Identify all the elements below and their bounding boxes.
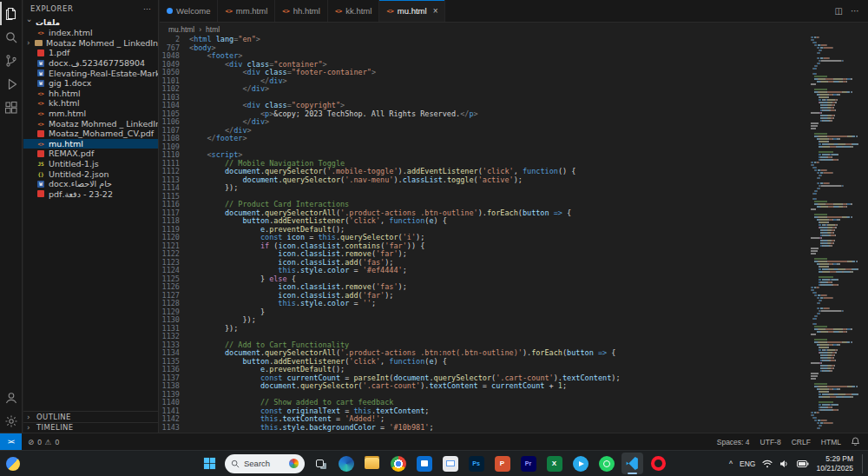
code-line[interactable]: 1107 </div>	[160, 127, 811, 136]
notifications-bell-icon[interactable]	[852, 437, 859, 447]
file-tree-item[interactable]: <>Moataz Mohmed _ LinkedIn.html	[23, 118, 158, 129]
tab-hh-html[interactable]: <>hh.html	[275, 0, 328, 22]
powerpoint-taskbar-icon[interactable]: P	[491, 453, 513, 474]
indentation-status[interactable]: Spaces: 4	[717, 438, 750, 446]
account-icon[interactable]	[0, 386, 22, 409]
file-tree-item[interactable]: {}Untitled-2.json	[23, 169, 158, 179]
opera-taskbar-icon[interactable]	[648, 453, 669, 474]
tab-welcome[interactable]: Welcome	[160, 0, 218, 22]
eol-status[interactable]: CRLF	[792, 438, 811, 446]
file-tree-item[interactable]: 1.pdf	[23, 48, 158, 58]
minimap-line	[811, 315, 868, 317]
file-name: 523467758904.ف.docx	[49, 58, 145, 68]
file-tree-item[interactable]: <>index.html	[23, 28, 158, 38]
file-tree-item[interactable]: <>hh.html	[23, 89, 158, 99]
photoshop-taskbar-icon[interactable]: Ps	[465, 453, 487, 474]
code-line[interactable]: 1138 document.querySelector('.cart-count…	[160, 382, 811, 391]
run-debug-icon[interactable]	[0, 72, 22, 96]
edge-taskbar-icon[interactable]	[335, 453, 357, 474]
code-line[interactable]: 1131 });	[160, 325, 811, 334]
file-tree-item[interactable]: WElevating-Real-Estate-Marketing-Phase-2…	[23, 68, 158, 78]
task-view-taskbar-icon[interactable]	[309, 453, 331, 474]
code-line[interactable]: 1102 </div>	[160, 85, 811, 94]
volume-icon[interactable]	[779, 459, 790, 468]
code-line[interactable]: 1130 });	[160, 316, 811, 325]
code-editor: 2<html lang="en">767<body>1048 <footer>1…	[160, 36, 868, 433]
code-line[interactable]: 1113 document.querySelector('.nav-menu')…	[160, 176, 811, 185]
encoding-status[interactable]: UTF-8	[760, 438, 781, 446]
file-tree-item[interactable]: Wحام الاحصاء.docx	[23, 179, 158, 189]
chevron-down-icon: ›	[25, 19, 34, 26]
code-line[interactable]: 1108 </footer>	[160, 135, 811, 143]
outline-section[interactable]: › OUTLINE	[23, 411, 158, 422]
tab-kk-html[interactable]: <>kk.html	[328, 0, 380, 22]
file-tree-item[interactable]: Moataz_Mohamed_CV.pdf	[23, 129, 158, 139]
warnings-icon: ⚠	[45, 438, 52, 446]
code-line[interactable]: 1109	[160, 143, 811, 152]
show-desktop-strip[interactable]	[862, 454, 865, 473]
widgets-weather-icon[interactable]	[6, 457, 20, 471]
settings-icon[interactable]	[0, 409, 22, 433]
html-file-icon: <>	[36, 140, 45, 148]
code-line[interactable]: 767<body>	[160, 44, 811, 53]
start-button-icon[interactable]	[199, 453, 220, 474]
file-tree-item[interactable]: <>kk.html	[23, 98, 158, 109]
whatsapp-taskbar-icon[interactable]	[595, 453, 617, 474]
file-tree-item[interactable]: <>mm.html	[23, 109, 158, 119]
vscode-taskbar-icon[interactable]	[621, 453, 643, 474]
explorer-title: EXPLORER	[30, 4, 73, 13]
line-number[interactable]: 1143	[160, 424, 189, 433]
explorer-icon[interactable]	[0, 2, 22, 25]
file-tree-item[interactable]: REMAX.pdf	[23, 149, 158, 159]
code-line[interactable]: 1114 });	[160, 184, 811, 193]
minimap-line	[811, 39, 868, 41]
explorer-sidebar: EXPLORER ⋯ › ملفات <>index.html›Moataz M…	[23, 0, 159, 433]
minimap-line	[811, 47, 868, 49]
more-actions-icon[interactable]: ⋯	[851, 6, 859, 16]
search-icon[interactable]	[0, 25, 22, 49]
file-tree-item[interactable]: ›Moataz Mohmed _ LinkedIn_files	[23, 38, 158, 49]
search-input[interactable]: Search	[225, 454, 305, 473]
minimap[interactable]	[811, 36, 868, 433]
battery-icon[interactable]	[797, 460, 809, 467]
remote-indicator[interactable]: ><	[0, 433, 22, 450]
code-line[interactable]: 1129 }	[160, 308, 811, 317]
close-icon[interactable]: ×	[433, 6, 438, 16]
source-control-icon[interactable]	[0, 49, 22, 72]
folder-file-icon	[35, 40, 43, 46]
file-explorer-taskbar-icon[interactable]	[361, 453, 383, 474]
wifi-icon[interactable]	[762, 459, 773, 468]
language-status[interactable]: HTML	[821, 438, 841, 446]
taskbar-clock[interactable]: 5:29 PM 10/21/2025	[816, 454, 853, 472]
problems-status[interactable]: ⊘ 0 ⚠ 0	[22, 438, 59, 446]
minimap-line	[811, 65, 868, 67]
store-taskbar-icon[interactable]	[413, 453, 435, 474]
tab-mm-html[interactable]: <>mm.html	[218, 0, 275, 22]
explorer-more-icon[interactable]: ⋯	[143, 4, 151, 13]
chrome-taskbar-icon[interactable]	[387, 453, 409, 474]
extensions-icon[interactable]	[0, 96, 22, 119]
file-tree-item[interactable]: JSUntitled-1.js	[23, 159, 158, 169]
file-tree-item[interactable]: Wgig 1.docx	[23, 78, 158, 89]
outlook-taskbar-icon[interactable]	[439, 453, 461, 474]
tab-mu-html[interactable]: <>mu.html×	[379, 0, 445, 22]
code-line[interactable]: 2<html lang="en">	[160, 36, 811, 44]
file-tree-item[interactable]: 23-22 - دفعة.pdf	[23, 189, 158, 200]
breadcrumb-node[interactable]: html	[206, 25, 220, 34]
timeline-section[interactable]: › TIMELINE	[23, 422, 158, 433]
workspace-root-folder[interactable]: › ملفات	[23, 17, 158, 28]
file-tree-item[interactable]: W523467758904.ف.docx	[23, 58, 158, 69]
hidden-icons-chevron[interactable]: ^	[729, 459, 733, 468]
minimap-line	[811, 427, 868, 429]
split-editor-icon[interactable]: ◫	[835, 6, 843, 16]
breadcrumb-file[interactable]: mu.html	[168, 25, 194, 34]
file-tree-item[interactable]: <>mu.html	[23, 139, 158, 149]
minimap-line	[811, 399, 868, 400]
telegram-taskbar-icon[interactable]	[569, 453, 591, 474]
premiere-taskbar-icon[interactable]: Pr	[517, 453, 539, 474]
excel-taskbar-icon[interactable]: X	[543, 453, 565, 474]
code-line[interactable]: 1106 </div>	[160, 118, 811, 127]
code-area[interactable]: 2<html lang="en">767<body>1048 <footer>1…	[160, 36, 811, 433]
code-line[interactable]: 1143 this.style.backgroundColor = '#10b9…	[160, 424, 811, 433]
language-indicator[interactable]: ENG	[740, 459, 755, 468]
